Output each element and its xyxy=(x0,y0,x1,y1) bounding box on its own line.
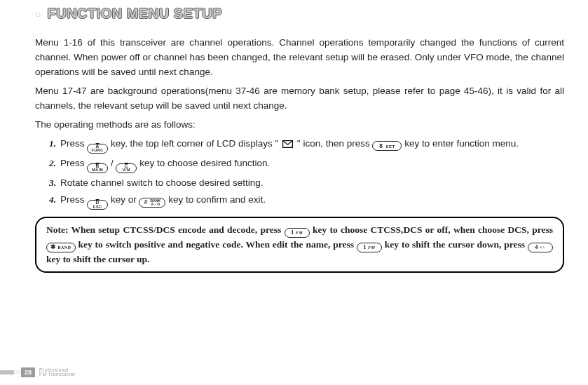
paragraph-2: Menu 17-47 are background operations(men… xyxy=(35,84,564,114)
step-number: 3. xyxy=(49,177,56,188)
section-title: FUNCTION MENU SETUP xyxy=(47,6,222,22)
step-text: / xyxy=(111,158,116,168)
step-text: Rotate channel switch to choose desired … xyxy=(60,177,264,188)
step-text: key, the top left corner of LCD displays… xyxy=(111,138,281,149)
key-hash-bank: #BANKA↔O xyxy=(139,198,165,208)
key-1-fm: 1FM xyxy=(357,243,382,252)
key-c-vm: CV/M xyxy=(116,163,137,173)
footer-label: Professional FM Transceiver xyxy=(39,368,76,377)
key-b-main: BMAIN xyxy=(87,163,108,173)
key-star-band: ✱BAND xyxy=(46,243,76,252)
step-number: 2. xyxy=(49,158,56,168)
step-text: Press xyxy=(60,158,87,168)
note-text: Note: When setup CTCSS/DCS encode and de… xyxy=(46,224,285,235)
step-number: 4. xyxy=(49,194,56,205)
step-3: 3. Rotate channel switch to choose desir… xyxy=(49,176,564,191)
key-4-plusminus: 4+/- xyxy=(528,243,553,252)
page-footer: 28 Professional FM Transceiver xyxy=(0,367,76,378)
footer-bar xyxy=(0,370,14,374)
note-box: Note: When setup CTCSS/DCS encode and de… xyxy=(35,217,564,273)
step-text: " icon, then press xyxy=(297,138,373,149)
key-d-esc: DESC xyxy=(87,200,108,210)
step-1: 1. Press AFUNC key, the top left corner … xyxy=(49,137,564,154)
footer-bar xyxy=(14,370,21,374)
key-8-set: 8SET xyxy=(372,141,402,151)
key-1-fm: 1FM xyxy=(285,228,310,238)
key-a-func: AFUNC xyxy=(87,144,108,154)
steps-list: 1. Press AFUNC key, the top left corner … xyxy=(35,137,564,210)
paragraph-3: The operating methods are as follows: xyxy=(35,118,564,133)
step-text: key to confirm and exit. xyxy=(168,194,266,205)
note-text: key to shift the cursor down, press xyxy=(385,239,528,250)
note-text: key to choose CTCSS,DCS or off, when cho… xyxy=(313,224,553,235)
section-header: ○ FUNCTION MENU SETUP xyxy=(35,6,564,22)
page-number: 28 xyxy=(21,367,35,377)
step-text: key or xyxy=(111,194,139,205)
note-text: key to switch positive and negative code… xyxy=(78,239,356,250)
step-text: Press xyxy=(60,194,87,205)
manual-page: ○ FUNCTION MENU SETUP Menu 1-16 of this … xyxy=(0,0,588,385)
step-number: 1. xyxy=(49,138,56,149)
note-text: key to shift the cursor up. xyxy=(46,254,150,264)
envelope-icon xyxy=(282,138,293,153)
body-text: Menu 1-16 of this transceiver are channe… xyxy=(35,36,564,273)
paragraph-1: Menu 1-16 of this transceiver are channe… xyxy=(35,36,564,80)
step-text: Press xyxy=(60,138,87,149)
step-text: key to choose desired function. xyxy=(139,158,270,168)
step-4: 4. Press DESC key or #BANKA↔O key to con… xyxy=(49,193,564,210)
header-bullet: ○ xyxy=(35,8,41,20)
step-text: key to enter function menu. xyxy=(404,138,519,149)
step-2: 2. Press BMAIN / CV/M key to choose desi… xyxy=(49,156,564,173)
